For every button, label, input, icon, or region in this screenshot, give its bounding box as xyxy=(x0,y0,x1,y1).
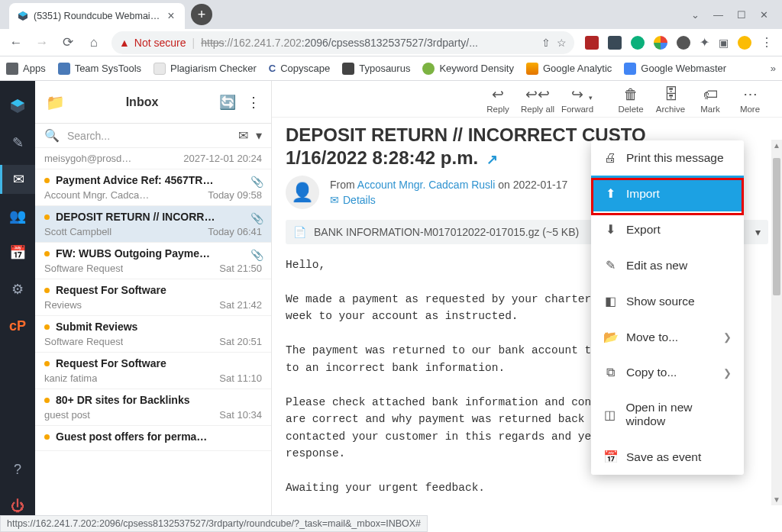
attachment-dropdown-icon[interactable]: ▾ xyxy=(755,226,761,238)
scroll-up-icon[interactable]: ▲ xyxy=(771,141,782,150)
ext-icon-1[interactable] xyxy=(585,36,599,50)
thread-date: Sat 21:50 xyxy=(219,263,262,274)
cpanel-icon[interactable]: cP xyxy=(0,311,35,340)
chevron-down-icon[interactable]: ⌄ xyxy=(691,9,700,21)
kebab-icon[interactable]: ⋮ xyxy=(761,35,773,50)
bookmark-plagiarism[interactable]: Plagiarism Checker xyxy=(153,63,257,75)
search-row: 🔍 ✉ ▾ xyxy=(35,124,271,148)
export-icon: ⬇ xyxy=(603,222,617,237)
list-menu-icon[interactable]: ⋮ xyxy=(247,94,260,111)
archive-button[interactable]: 🗄Archive xyxy=(651,85,690,114)
menu-export[interactable]: ⬇Export xyxy=(591,211,744,247)
from-line: From Account Mngr. Cadcam Rusli on 2022-… xyxy=(330,179,567,191)
menu-copy-to[interactable]: ⧉Copy to...❯ xyxy=(591,355,744,390)
thread-from: Scott Campbell xyxy=(44,226,111,237)
share-icon[interactable]: ⇧ xyxy=(541,37,551,49)
thread-item[interactable]: Request For Software kaniz fatima Sat 11… xyxy=(35,353,271,389)
thread-date: Sat 10:34 xyxy=(219,409,262,421)
menu-edit-new[interactable]: ✎Edit as new xyxy=(591,247,744,283)
compose-icon[interactable]: ✎ xyxy=(0,128,35,157)
thread-item[interactable]: DEPOSIT RETURN // INCORR… 📎 Scott Campbe… xyxy=(35,206,271,243)
close-window-icon[interactable]: ✕ xyxy=(760,9,768,21)
forward-button[interactable]: → xyxy=(31,31,53,54)
thread-item[interactable]: Guest post offers for perma… xyxy=(35,426,271,451)
thread-item[interactable]: Request For Software Reviews Sat 21:42 xyxy=(35,279,271,316)
bookmark-apps[interactable]: Apps xyxy=(6,63,46,75)
scroll-down-icon[interactable]: ▼ xyxy=(771,495,782,504)
status-bar: https://162.241.7.202:2096/cpsess8132537… xyxy=(0,515,428,532)
thread-date: Today 06:41 xyxy=(208,226,262,237)
sender-link[interactable]: Account Mngr. Cadcam Rusli xyxy=(357,179,496,191)
thread-item[interactable]: 80+ DR sites for Backlinks guest post Sa… xyxy=(35,389,271,426)
reading-list-icon[interactable]: ▣ xyxy=(719,37,729,49)
ext-icon-5[interactable] xyxy=(677,36,690,50)
new-tab-button[interactable]: + xyxy=(191,4,212,25)
bookmark-webmaster[interactable]: Google Webmaster xyxy=(624,63,726,75)
message-list-pane: 📁 Inbox 🔄 ⋮ 🔍 ✉ ▾ meisygoh@prosd…2027-12… xyxy=(35,81,272,521)
scroll-thumb[interactable] xyxy=(773,158,780,295)
more-button[interactable]: ⋯More xyxy=(730,85,770,114)
reply-button[interactable]: ↩Reply xyxy=(478,85,518,114)
unread-dot xyxy=(44,398,50,403)
mark-button[interactable]: 🏷Mark xyxy=(690,85,730,114)
home-button[interactable]: ⌂ xyxy=(82,31,105,54)
bookmark-copyscape[interactable]: CCopyscape xyxy=(269,63,330,74)
forward-button[interactable]: ↪Forward▾ xyxy=(557,85,597,114)
star-icon[interactable]: ☆ xyxy=(557,37,567,49)
menu-move-to[interactable]: 📂Move to...❯ xyxy=(591,319,744,355)
search-dropdown-icon[interactable]: ▾ xyxy=(256,128,262,143)
back-button[interactable]: ← xyxy=(5,31,27,54)
grammarly-icon[interactable] xyxy=(631,36,645,50)
window-icon: ◫ xyxy=(603,408,616,422)
settings-icon[interactable]: ⚙ xyxy=(0,275,35,304)
thread-item[interactable]: FW: WUBS Outgoing Payme… 📎 Software Requ… xyxy=(35,243,271,279)
delete-button[interactable]: 🗑Delete xyxy=(611,85,651,114)
print-icon: 🖨 xyxy=(603,151,617,165)
search-envelope-icon[interactable]: ✉ xyxy=(238,128,248,143)
ext-icon-4[interactable] xyxy=(654,36,667,50)
thread-item[interactable]: Payment Advice Ref: 4567TR… 📎 Account Mn… xyxy=(35,169,271,206)
reload-button[interactable]: ⟳ xyxy=(57,31,79,54)
menu-save-event[interactable]: 📅Save as event xyxy=(591,439,744,475)
open-external-icon[interactable]: ↗ xyxy=(486,152,498,167)
maximize-icon[interactable]: ☐ xyxy=(737,9,746,21)
bookmark-analytics[interactable]: Google Analytic xyxy=(526,63,612,75)
thread-subject: Request For Software xyxy=(56,284,262,296)
ext-icon-2[interactable] xyxy=(608,36,622,50)
thread-item[interactable]: meisygoh@prosd…2027-12-01 20:24 xyxy=(35,148,271,169)
thread-subject: FW: WUBS Outgoing Payme… xyxy=(56,247,262,260)
thread-item[interactable]: Submit Reviews Software Request Sat 20:5… xyxy=(35,316,271,353)
details-toggle[interactable]: ✉ Details xyxy=(330,194,567,206)
address-bar[interactable]: ▲ Not secure | https://162.241.7.202:209… xyxy=(111,31,574,54)
copy-icon: ⧉ xyxy=(603,366,617,379)
folder-icon[interactable]: 📁 xyxy=(46,93,65,111)
paperclip-icon: 📎 xyxy=(250,249,263,261)
minimize-icon[interactable]: ― xyxy=(713,9,723,21)
roundcube-logo[interactable] xyxy=(0,92,35,121)
profile-avatar[interactable] xyxy=(738,36,751,50)
bookmark-systools[interactable]: Team SysTools xyxy=(58,63,141,75)
roundcube-favicon xyxy=(17,10,29,22)
refresh-icon[interactable]: 🔄 xyxy=(219,94,236,111)
search-input[interactable] xyxy=(67,130,231,142)
extensions-puzzle-icon[interactable]: ✦ xyxy=(700,35,709,50)
reply-all-button[interactable]: ↩↩Reply all xyxy=(518,85,557,114)
bookmark-typosaurus[interactable]: Typosaurus xyxy=(342,63,410,75)
menu-import[interactable]: ⬆Import xyxy=(591,176,744,211)
calendar-icon[interactable]: 📅 xyxy=(0,238,35,267)
bookmarks-overflow[interactable]: » xyxy=(771,63,776,74)
menu-open-window[interactable]: ◫Open in new window xyxy=(591,390,744,439)
contacts-icon[interactable]: 👥 xyxy=(0,202,35,231)
menu-show-source[interactable]: ◧Show source xyxy=(591,283,744,319)
unread-dot xyxy=(44,434,50,440)
browser-tab[interactable]: (5351) Roundcube Webmail :: Inbox × xyxy=(9,3,185,29)
bookmarks-bar: Apps Team SysTools Plagiarism Checker CC… xyxy=(0,56,782,81)
thread-from: Software Request xyxy=(44,336,123,347)
mail-icon[interactable]: ✉ xyxy=(0,165,35,194)
tab-close-icon[interactable]: × xyxy=(165,10,177,22)
thread-date: Sat 20:51 xyxy=(219,336,262,347)
bookmark-keyword[interactable]: Keyword Density xyxy=(422,63,514,75)
vertical-scrollbar[interactable]: ▲ ▼ xyxy=(771,140,782,505)
help-icon[interactable]: ? xyxy=(0,455,35,484)
menu-print[interactable]: 🖨Print this message xyxy=(591,140,744,176)
